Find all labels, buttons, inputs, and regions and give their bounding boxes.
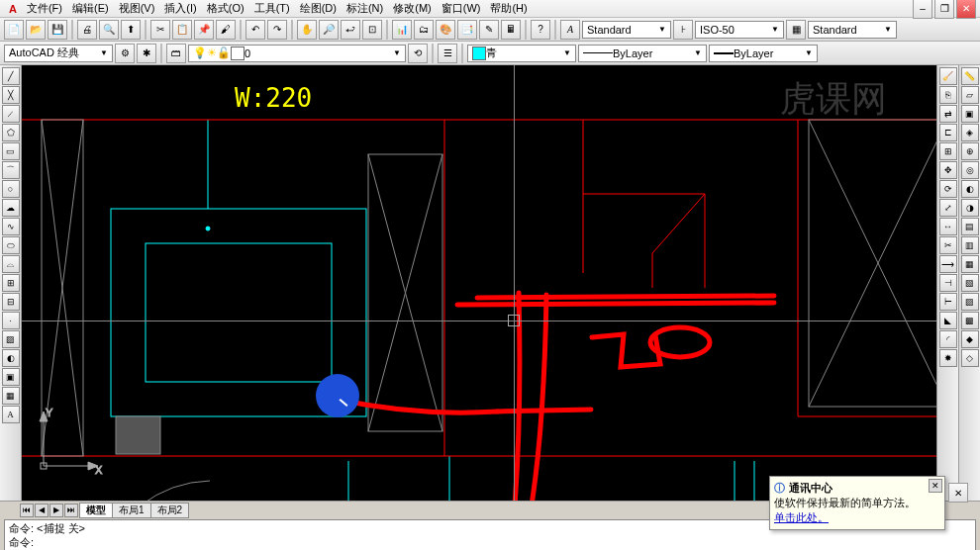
- linetype-combo[interactable]: ByLayer▼: [578, 45, 707, 62]
- tool-b4[interactable]: ◈: [961, 124, 979, 141]
- explode-tool[interactable]: ✸: [939, 349, 957, 367]
- menu-dim[interactable]: 标注(N): [342, 1, 388, 16]
- tablestyle-combo[interactable]: Standard▼: [808, 21, 897, 39]
- circle-tool[interactable]: ○: [2, 180, 20, 198]
- point-tool[interactable]: ·: [2, 312, 20, 329]
- paste-button[interactable]: 📌: [194, 20, 214, 40]
- match-button[interactable]: 🖌: [216, 20, 236, 40]
- layer-state-button[interactable]: ☰: [438, 44, 457, 63]
- menu-edit[interactable]: 编辑(E): [67, 1, 114, 16]
- dist-tool[interactable]: 📏: [961, 67, 979, 85]
- trim-tool[interactable]: ✂: [939, 236, 957, 254]
- line-tool[interactable]: ╱: [2, 67, 20, 85]
- zoom-prev-button[interactable]: ⮐: [341, 20, 360, 40]
- table-tool-icon[interactable]: ▦: [786, 20, 806, 40]
- menu-tools[interactable]: 工具(T): [249, 1, 295, 16]
- layer-combo[interactable]: 💡 ☀ 🔓 0▼: [188, 45, 406, 62]
- offset-tool[interactable]: ⊏: [939, 124, 957, 141]
- join-tool[interactable]: ⊢: [939, 293, 957, 311]
- copy-button[interactable]: 📋: [172, 20, 192, 40]
- ws-gear-button[interactable]: ✱: [137, 44, 156, 63]
- layer-manager-button[interactable]: 🗃: [166, 44, 186, 63]
- lineweight-combo[interactable]: ByLayer▼: [709, 45, 818, 62]
- tool-b9[interactable]: ▤: [961, 218, 979, 235]
- tab-prev-button[interactable]: ◀: [35, 504, 49, 517]
- calc-button[interactable]: 🖩: [501, 20, 521, 40]
- new-button[interactable]: 📄: [4, 20, 24, 40]
- chamfer-tool[interactable]: ◣: [939, 312, 957, 329]
- window-minimize-button[interactable]: –: [913, 0, 932, 19]
- notification-close-button[interactable]: ✕: [929, 479, 942, 493]
- props-button[interactable]: 📊: [392, 20, 412, 40]
- table-tool[interactable]: ▦: [2, 387, 20, 405]
- break-tool[interactable]: ⊣: [939, 274, 957, 292]
- fillet-tool[interactable]: ◜: [939, 330, 957, 348]
- menu-view[interactable]: 视图(V): [114, 1, 160, 16]
- sheetset-button[interactable]: 📑: [457, 20, 477, 40]
- menu-window[interactable]: 窗口(W): [437, 1, 486, 16]
- mirror-tool[interactable]: ⇄: [939, 105, 957, 123]
- polygon-tool[interactable]: ⬠: [2, 124, 20, 141]
- tool-b13[interactable]: ▨: [961, 293, 979, 311]
- toolpalette-button[interactable]: 🎨: [436, 20, 455, 40]
- tool-b15[interactable]: ◆: [961, 330, 979, 348]
- tab-next-button[interactable]: ▶: [49, 504, 63, 517]
- textstyle-combo[interactable]: Standard▼: [582, 21, 671, 39]
- window-close-button[interactable]: ✕: [956, 0, 976, 19]
- text-tool-icon[interactable]: A: [560, 20, 580, 40]
- help-button[interactable]: ?: [531, 20, 550, 40]
- tool-b16[interactable]: ◇: [961, 349, 979, 367]
- menu-insert[interactable]: 插入(I): [159, 1, 201, 16]
- designcenter-button[interactable]: 🗂: [414, 20, 434, 40]
- tool-b12[interactable]: ▧: [961, 274, 979, 292]
- undo-button[interactable]: ↶: [245, 20, 265, 40]
- tool-b3[interactable]: ▣: [961, 105, 979, 123]
- mtext-tool[interactable]: A: [2, 406, 20, 423]
- tab-layout2[interactable]: 布局2: [150, 503, 190, 518]
- tool-b6[interactable]: ◎: [961, 161, 979, 179]
- arc-tool[interactable]: ⌒: [2, 161, 20, 179]
- preview-button[interactable]: 🔍: [99, 20, 119, 40]
- area-tool[interactable]: ▱: [961, 86, 979, 104]
- print-button[interactable]: 🖨: [77, 20, 97, 40]
- zoom-window-button[interactable]: ⊡: [362, 20, 382, 40]
- tab-first-button[interactable]: ⏮: [20, 504, 34, 517]
- menu-modify[interactable]: 修改(M): [388, 1, 437, 16]
- ellipse-arc-tool[interactable]: ⌓: [2, 255, 20, 273]
- tool-b5[interactable]: ⊕: [961, 142, 979, 160]
- layer-prev-button[interactable]: ⟲: [408, 44, 428, 63]
- block-tool[interactable]: ⊞: [2, 274, 20, 292]
- scale-tool[interactable]: ⤢: [939, 199, 957, 217]
- drawing-canvas[interactable]: W:220 Y X 虎课网: [22, 65, 936, 501]
- makeblock-tool[interactable]: ⊟: [2, 293, 20, 311]
- ws-settings-button[interactable]: ⚙: [115, 44, 135, 63]
- hatch-tool[interactable]: ▨: [2, 330, 20, 348]
- save-button[interactable]: 💾: [48, 20, 67, 40]
- move-tool[interactable]: ✥: [939, 161, 957, 179]
- pline-tool[interactable]: ⟋: [2, 105, 20, 123]
- rectangle-tool[interactable]: ▭: [2, 142, 20, 160]
- erase-tool[interactable]: 🧹: [939, 67, 957, 85]
- window-maximize-button[interactable]: ❐: [934, 0, 954, 19]
- dimstyle-combo[interactable]: ISO-50▼: [695, 21, 784, 39]
- gradient-tool[interactable]: ◐: [2, 349, 20, 367]
- menu-help[interactable]: 帮助(H): [485, 1, 532, 16]
- pan-button[interactable]: ✋: [297, 20, 317, 40]
- stretch-tool[interactable]: ↔: [939, 218, 957, 235]
- notification-dismiss-button[interactable]: ✕: [948, 483, 968, 503]
- tool-b14[interactable]: ▩: [961, 312, 979, 329]
- menu-file[interactable]: 文件(F): [22, 1, 67, 16]
- extend-tool[interactable]: ⟶: [939, 255, 957, 273]
- dim-tool-icon[interactable]: ⊦: [673, 20, 693, 40]
- revcloud-tool[interactable]: ☁: [2, 199, 20, 217]
- zoom-button[interactable]: 🔎: [319, 20, 339, 40]
- publish-button[interactable]: ⬆: [121, 20, 141, 40]
- xline-tool[interactable]: ╳: [2, 86, 20, 104]
- rotate-tool[interactable]: ⟳: [939, 180, 957, 198]
- array-tool[interactable]: ⊞: [939, 142, 957, 160]
- markup-button[interactable]: ✎: [479, 20, 499, 40]
- notification-link[interactable]: 单击此处。: [774, 511, 829, 523]
- tab-model[interactable]: 模型: [79, 503, 113, 518]
- spline-tool[interactable]: ∿: [2, 218, 20, 235]
- tool-b10[interactable]: ▥: [961, 236, 979, 254]
